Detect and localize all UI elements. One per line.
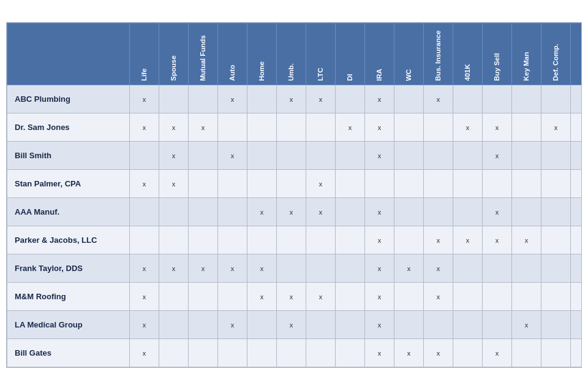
- main-table-wrapper: LifeSpouseMutual FundsAutoHomeUmb.LTCDII…: [6, 22, 582, 368]
- cell-5-wc: [394, 226, 424, 254]
- mark-3-life: x: [143, 180, 146, 188]
- cell-0-def_comp: [541, 85, 571, 113]
- cell-5-ira: x: [365, 226, 394, 254]
- cell-6-401k: [453, 254, 483, 283]
- col-header-home: Home: [247, 23, 277, 85]
- cell-5-life: [130, 226, 159, 254]
- cell-7-auto: [218, 283, 247, 311]
- cell-7-fin_plan: [571, 283, 582, 311]
- cell-3-ira: [365, 170, 394, 198]
- cell-8-fin_plan: [571, 311, 582, 339]
- cell-8-umb: x: [277, 311, 306, 339]
- col-header-label-ira: IRA: [375, 26, 384, 81]
- cell-6-wc: x: [394, 254, 424, 283]
- col-header-label-401k: 401K: [464, 26, 472, 81]
- cell-3-umb: [277, 170, 306, 198]
- cell-2-mutual_funds: [189, 142, 218, 170]
- cell-4-ltc: x: [306, 198, 336, 226]
- col-header-label-buy_sell: Buy Sell: [493, 26, 502, 81]
- row-label-5: Parker & Jacobs, LLC: [7, 226, 130, 254]
- cell-7-di: [336, 283, 365, 311]
- cell-8-buy_sell: [483, 311, 512, 339]
- cell-0-401k: [453, 85, 483, 113]
- mark-8-umb: x: [290, 321, 293, 329]
- row-label-3: Stan Palmer, CPA: [7, 170, 130, 198]
- col-header-ltc: LTC: [306, 23, 336, 85]
- col-header-def_comp: Def. Comp.: [541, 23, 571, 85]
- cell-4-spouse: [159, 198, 189, 226]
- cell-8-mutual_funds: [189, 311, 218, 339]
- cell-8-home: [247, 311, 277, 339]
- mark-5-key_man: x: [525, 237, 529, 244]
- cell-8-life: x: [130, 311, 159, 339]
- cell-3-def_comp: [541, 170, 571, 198]
- mark-8-ira: x: [378, 321, 382, 329]
- cell-9-di: [336, 339, 365, 367]
- mark-4-ltc: x: [319, 208, 323, 216]
- mark-6-life: x: [143, 265, 146, 272]
- mark-0-life: x: [143, 96, 146, 103]
- cell-9-bus_insurance: x: [424, 339, 453, 367]
- mark-8-key_man: x: [525, 321, 529, 329]
- cell-9-ira: x: [365, 339, 394, 367]
- cell-9-fin_plan: x: [571, 339, 582, 367]
- mark-9-life: x: [143, 350, 146, 357]
- coverage-table: LifeSpouseMutual FundsAutoHomeUmb.LTCDII…: [7, 23, 582, 367]
- cell-8-ltc: [306, 311, 336, 339]
- cell-3-fin_plan: [571, 170, 582, 198]
- cell-7-def_comp: [541, 283, 571, 311]
- col-header-label-fin_plan: Fin. Plan: [581, 26, 582, 81]
- cell-1-umb: [277, 113, 306, 142]
- col-header-key_man: Key Man: [512, 23, 541, 85]
- cell-6-mutual_funds: x: [189, 254, 218, 283]
- cell-9-auto: [218, 339, 247, 367]
- row-label-4: AAA Manuf.: [7, 198, 130, 226]
- cell-4-auto: [218, 198, 247, 226]
- row-label-0: ABC Plumbing: [7, 85, 130, 113]
- cell-0-buy_sell: [483, 85, 512, 113]
- cell-6-buy_sell: [483, 254, 512, 283]
- cell-2-spouse: x: [159, 142, 189, 170]
- cell-8-bus_insurance: [424, 311, 453, 339]
- table-row: Stan Palmer, CPAxxx: [7, 170, 582, 198]
- cell-4-def_comp: [541, 198, 571, 226]
- cell-9-wc: x: [394, 339, 424, 367]
- mark-7-home: x: [260, 293, 264, 300]
- mark-8-auto: x: [231, 321, 235, 329]
- cell-1-ltc: [306, 113, 336, 142]
- mark-1-di: x: [349, 124, 352, 131]
- row-label-7: M&M Roofing: [7, 283, 130, 311]
- cell-1-spouse: x: [159, 113, 189, 142]
- cell-1-di: x: [336, 113, 365, 142]
- cell-4-home: x: [247, 198, 277, 226]
- cell-4-wc: [394, 198, 424, 226]
- col-header-label-home: Home: [258, 26, 266, 81]
- header-row: LifeSpouseMutual FundsAutoHomeUmb.LTCDII…: [7, 23, 582, 85]
- mark-5-buy_sell: x: [496, 237, 499, 244]
- cell-3-bus_insurance: [424, 170, 453, 198]
- cell-5-key_man: x: [512, 226, 541, 254]
- cell-2-ltc: [306, 142, 336, 170]
- cell-1-mutual_funds: x: [189, 113, 218, 142]
- mark-9-wc: x: [407, 350, 411, 357]
- cell-9-spouse: [159, 339, 189, 367]
- col-header-401k: 401K: [453, 23, 483, 85]
- cell-4-ira: x: [365, 198, 394, 226]
- cell-7-umb: x: [277, 283, 306, 311]
- col-header-di: DI: [336, 23, 365, 85]
- table-row: LA Medical Groupxxxxx: [7, 311, 582, 339]
- col-header-label-auto: Auto: [228, 26, 237, 81]
- cell-7-buy_sell: [483, 283, 512, 311]
- table-row: Dr. Sam Jonesxxxxxxxx: [7, 113, 582, 142]
- cell-5-bus_insurance: x: [424, 226, 453, 254]
- cell-0-home: [247, 85, 277, 113]
- cell-9-401k: [453, 339, 483, 367]
- cell-7-ira: x: [365, 283, 394, 311]
- cell-3-mutual_funds: [189, 170, 218, 198]
- cell-8-401k: [453, 311, 483, 339]
- mark-8-life: x: [143, 321, 146, 329]
- cell-5-auto: [218, 226, 247, 254]
- col-header-buy_sell: Buy Sell: [483, 23, 512, 85]
- mark-0-ltc: x: [319, 96, 323, 103]
- cell-1-ira: x: [365, 113, 394, 142]
